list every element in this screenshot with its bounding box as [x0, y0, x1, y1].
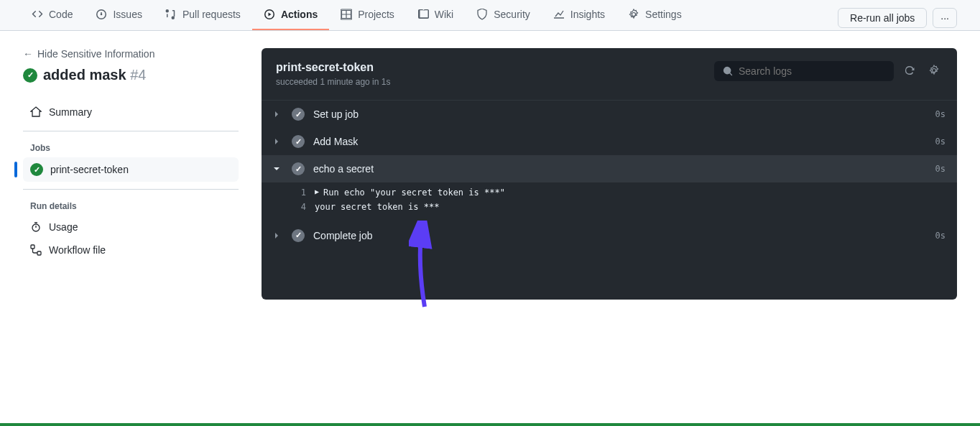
- step-label: Add Mask: [313, 136, 927, 147]
- refresh-button[interactable]: [901, 62, 918, 81]
- nav-tab-label: Actions: [281, 9, 318, 20]
- page-title: added mask #4: [43, 67, 146, 83]
- chevron-right-icon: [273, 232, 283, 239]
- nav-tab-label: Settings: [645, 9, 682, 20]
- run-title-row: ✓ added mask #4: [23, 67, 239, 83]
- check-circle-icon: ✓: [292, 108, 305, 121]
- nav-tab-label: Wiki: [435, 9, 453, 20]
- home-icon: [30, 106, 42, 118]
- svg-rect-2: [31, 245, 34, 249]
- gear-icon: [628, 9, 639, 20]
- back-link-label: Hide Sensitive Information: [37, 48, 154, 60]
- step-time: 0s: [935, 231, 946, 241]
- more-options-button[interactable]: ···: [933, 8, 957, 28]
- book-icon: [417, 9, 429, 20]
- graph-icon: [553, 9, 565, 20]
- nav-tab-label: Pull requests: [182, 9, 241, 20]
- nav-tab-insights[interactable]: Insights: [542, 0, 616, 30]
- line-number: 4: [296, 200, 315, 214]
- log-text: your secret token is ***: [315, 200, 439, 214]
- search-input[interactable]: [739, 65, 885, 77]
- chevron-right-icon: [273, 111, 283, 118]
- search-icon: [723, 66, 733, 76]
- settings-button[interactable]: [925, 62, 943, 81]
- check-circle-icon: ✓: [23, 68, 37, 83]
- check-circle-icon: ✓: [30, 163, 43, 176]
- shield-icon: [476, 9, 488, 20]
- rerun-all-jobs-button[interactable]: Re-run all jobs: [838, 8, 927, 28]
- sidebar-item-usage[interactable]: Usage: [23, 216, 239, 239]
- divider: [23, 131, 239, 131]
- sidebar-item-job[interactable]: ✓ print-secret-token: [23, 157, 239, 182]
- nav-tab-label: Code: [49, 9, 73, 20]
- back-link[interactable]: ← Hide Sensitive Information: [23, 48, 239, 60]
- nav-tab-actions[interactable]: Actions: [252, 0, 329, 30]
- refresh-icon: [904, 65, 915, 76]
- issue-icon: [96, 9, 107, 20]
- step-label: Complete job: [313, 230, 927, 241]
- nav-tab-projects[interactable]: Projects: [329, 0, 406, 30]
- check-circle-icon: ✓: [292, 135, 305, 148]
- nav-tab-label: Issues: [113, 9, 142, 20]
- workflow-icon: [30, 244, 42, 256]
- run-title: added mask: [43, 67, 126, 83]
- sidebar-item-summary[interactable]: Summary: [23, 101, 239, 124]
- divider: [23, 189, 239, 190]
- gear-icon: [928, 65, 940, 76]
- sidebar-item-label: Workflow file: [49, 244, 106, 256]
- search-logs-box[interactable]: [714, 61, 894, 81]
- job-status-line: succeeded 1 minute ago in 1s: [276, 77, 390, 87]
- chevron-down-icon: [273, 165, 283, 172]
- log-text: Run echo "your secret token is ***": [323, 185, 505, 200]
- step-row-echo-secret[interactable]: ✓ echo a secret 0s: [262, 155, 957, 182]
- log-line: 1 ▶ Run echo "your secret token is ***": [296, 185, 943, 200]
- sidebar-item-label: Summary: [49, 106, 92, 118]
- sidebar-item-label: print-secret-token: [50, 164, 129, 175]
- step-time: 0s: [935, 164, 946, 174]
- play-icon: [264, 9, 275, 20]
- log-content: 1 ▶ Run echo "your secret token is ***" …: [262, 182, 957, 222]
- caret-right-icon[interactable]: ▶: [315, 185, 319, 200]
- nav-tab-pull-requests[interactable]: Pull requests: [154, 0, 252, 30]
- step-row-complete[interactable]: ✓ Complete job 0s: [262, 222, 957, 249]
- chevron-right-icon: [273, 138, 283, 145]
- project-icon: [341, 9, 352, 20]
- step-time: 0s: [935, 109, 946, 119]
- nav-tab-label: Projects: [358, 9, 394, 20]
- kebab-icon: ···: [940, 12, 949, 24]
- nav-tab-wiki[interactable]: Wiki: [406, 0, 465, 30]
- log-panel: print-secret-token succeeded 1 minute ag…: [262, 48, 957, 300]
- step-time: 0s: [935, 136, 946, 147]
- svg-rect-3: [37, 251, 41, 255]
- stopwatch-icon: [30, 221, 42, 233]
- nav-tab-settings[interactable]: Settings: [616, 0, 693, 30]
- nav-tab-label: Insights: [570, 9, 605, 20]
- sidebar-item-workflow-file[interactable]: Workflow file: [23, 239, 239, 261]
- nav-tab-security[interactable]: Security: [465, 0, 542, 30]
- check-circle-icon: ✓: [292, 229, 305, 242]
- repo-nav: Code Issues Pull requests Actions Projec…: [0, 0, 980, 31]
- nav-tab-issues[interactable]: Issues: [84, 0, 153, 30]
- sidebar-heading-details: Run details: [23, 197, 239, 216]
- step-row-add-mask[interactable]: ✓ Add Mask 0s: [262, 128, 957, 155]
- code-icon: [32, 9, 43, 20]
- sidebar-item-label: Usage: [49, 221, 78, 233]
- pr-icon: [165, 9, 177, 20]
- nav-tab-label: Security: [494, 9, 530, 20]
- sidebar-heading-jobs: Jobs: [23, 139, 239, 157]
- nav-tab-code[interactable]: Code: [20, 0, 84, 30]
- log-line: 4 your secret token is ***: [296, 200, 943, 214]
- line-number: 1: [296, 185, 315, 200]
- arrow-left-icon: ←: [23, 48, 33, 60]
- check-circle-icon: ✓: [292, 162, 305, 175]
- step-label: Set up job: [313, 108, 927, 120]
- step-row-setup[interactable]: ✓ Set up job 0s: [262, 101, 957, 128]
- run-number: #4: [130, 67, 146, 83]
- step-label: echo a secret: [313, 163, 927, 175]
- svg-point-0: [101, 14, 103, 16]
- job-title: print-secret-token: [276, 61, 390, 74]
